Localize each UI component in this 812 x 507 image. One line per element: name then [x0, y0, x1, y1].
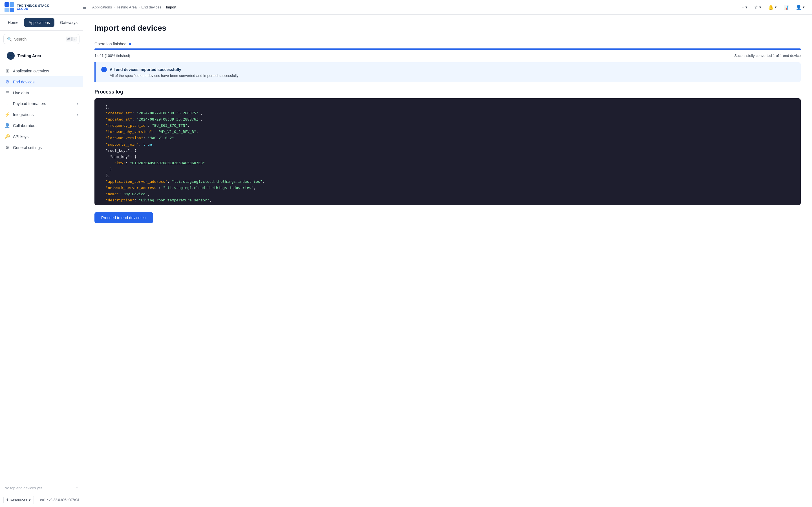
main-content: Import end devices Operation finished 1 … — [83, 15, 812, 507]
progress-label: 1 of 1 (100% finished) — [94, 54, 130, 58]
search-input[interactable] — [14, 37, 63, 41]
progress-bar-container — [94, 48, 801, 50]
sidebar-footer: ℹ Resources ▾ eu1 • v3.32.0.b96e907c31 — [0, 493, 83, 507]
process-log-box: }, "created_at": "2024-08-29T08:39:35.28… — [94, 98, 801, 205]
sidebar-item-label-api-keys: API keys — [13, 134, 29, 139]
sidebar-item-general-settings[interactable]: ⚙ General settings — [0, 142, 83, 153]
api-keys-icon: 🔑 — [4, 134, 10, 139]
sidebar-nav-tabs: Home Applications Gateways — [0, 15, 83, 31]
integrations-chevron-icon: ▾ — [77, 113, 79, 117]
add-button[interactable]: + ▾ — [739, 3, 750, 11]
breadcrumb-sep-3: › — [163, 5, 164, 9]
resources-label: Resources — [10, 498, 27, 502]
status-dot — [129, 43, 131, 45]
integrations-icon: ⚡ — [4, 112, 10, 117]
logo-line1: THE THINGS STACK — [17, 4, 49, 7]
sidebar-item-application-overview[interactable]: ⊞ Application overview — [0, 65, 83, 76]
success-banner: i All end devices imported successfully … — [94, 62, 801, 82]
sidebar-item-label-payload: Payload formatters — [13, 101, 46, 106]
sidebar-tab-gateways[interactable]: Gateways — [56, 18, 82, 27]
breadcrumb-applications[interactable]: Applications — [92, 5, 112, 9]
settings-icon: ⚙ — [4, 145, 10, 150]
log-content: }, "created_at": "2024-08-29T08:39:35.28… — [101, 104, 794, 205]
sidebar-tab-applications[interactable]: Applications — [24, 18, 54, 27]
chart-icon: 📊 — [783, 4, 789, 10]
success-banner-description: All of the specified end devices have be… — [110, 73, 795, 78]
overview-icon: ⊞ — [4, 68, 10, 73]
success-banner-header: i All end devices imported successfully — [101, 67, 795, 72]
user-icon: 👤 — [796, 4, 802, 10]
sidebar-search-box: 🔍 ⌘ K — [3, 34, 80, 44]
bookmarks-button[interactable]: ☆ ▾ — [751, 3, 764, 11]
add-chevron-icon: ▾ — [746, 5, 748, 9]
sidebar-item-label-settings: General settings — [13, 145, 42, 150]
breadcrumb-sep-2: › — [139, 5, 140, 9]
sidebar-item-label-overview: Application overview — [13, 69, 49, 73]
user-chevron-icon: ▾ — [803, 5, 805, 9]
end-devices-icon: ⚙ — [4, 79, 10, 84]
sidebar-item-label-collaborators: Collaborators — [13, 123, 36, 128]
shortcut-cmd: ⌘ — [66, 37, 71, 41]
nav-actions: + ▾ ☆ ▾ 🔔 ▾ 📊 👤 ▾ — [739, 3, 808, 11]
breadcrumb-current: Import — [166, 5, 176, 9]
breadcrumb: Applications › Testing Area › End device… — [88, 5, 739, 9]
no-devices-section: No top end devices yet + — [0, 483, 83, 493]
progress-success-label: Successfully converted 1 of 1 end device — [734, 54, 801, 58]
operation-status: Operation finished — [94, 42, 801, 46]
sidebar-item-payload-formatters[interactable]: ⌗ Payload formatters ▾ — [0, 98, 83, 109]
back-icon: ← — [7, 52, 15, 60]
notifications-button[interactable]: 🔔 ▾ — [765, 3, 779, 11]
sidebar-item-integrations[interactable]: ⚡ Integrations ▾ — [0, 109, 83, 120]
sidebar-item-live-data[interactable]: ☰ Live data — [0, 87, 83, 98]
no-devices-label: No top end devices yet — [4, 486, 42, 490]
resources-button[interactable]: ℹ Resources ▾ — [3, 496, 34, 504]
live-data-icon: ☰ — [4, 90, 10, 96]
sidebar: Home Applications Gateways 🔍 ⌘ K ← Testi… — [0, 15, 83, 507]
sidebar-tab-home[interactable]: Home — [3, 18, 23, 27]
sidebar-item-label-integrations: Integrations — [13, 112, 34, 117]
sidebar-item-label-end-devices: End devices — [13, 80, 35, 84]
progress-info: 1 of 1 (100% finished) Successfully conv… — [94, 54, 801, 58]
user-button[interactable]: 👤 ▾ — [793, 3, 808, 11]
sidebar-item-collaborators[interactable]: 👤 Collaborators — [0, 120, 83, 131]
search-icon: 🔍 — [7, 37, 12, 41]
sidebar-item-end-devices[interactable]: ⚙ End devices — [0, 76, 83, 87]
version-label: eu1 • v3.32.0.b96e907c31 — [40, 498, 80, 502]
collaborators-icon: 👤 — [4, 123, 10, 128]
top-nav: THE THINGS STACK CLOUD ☰ Applications › … — [0, 0, 812, 15]
payload-icon: ⌗ — [4, 101, 10, 106]
analytics-button[interactable]: 📊 — [781, 3, 792, 11]
breadcrumb-end-devices[interactable]: End devices — [141, 5, 161, 9]
sidebar-menu: ⊞ Application overview ⚙ End devices ☰ L… — [0, 64, 83, 483]
info-icon: i — [101, 67, 107, 72]
logo-line2: CLOUD — [17, 7, 49, 10]
page-title: Import end devices — [94, 24, 801, 33]
logo-area: THE THINGS STACK CLOUD ☰ — [4, 2, 88, 12]
breadcrumb-sep-1: › — [114, 5, 115, 9]
bookmarks-chevron-icon: ▾ — [759, 5, 761, 9]
breadcrumb-testing-area[interactable]: Testing Area — [116, 5, 137, 9]
resources-icon: ℹ — [6, 498, 8, 502]
search-shortcut: ⌘ K — [66, 37, 77, 41]
back-button-label: Testing Area — [17, 54, 41, 58]
plus-icon: + — [742, 5, 744, 10]
add-device-button[interactable]: + — [76, 485, 79, 490]
progress-bar — [94, 48, 801, 50]
resources-chevron-icon: ▾ — [29, 498, 31, 502]
process-log-title: Process log — [94, 89, 801, 95]
sidebar-toggle[interactable]: ☰ — [82, 4, 88, 11]
notif-chevron-icon: ▾ — [775, 5, 777, 9]
success-banner-title: All end devices imported successfully — [110, 67, 181, 72]
sidebar-item-label-live-data: Live data — [13, 91, 29, 95]
proceed-button[interactable]: Proceed to end device list — [94, 212, 153, 223]
payload-chevron-icon: ▾ — [77, 102, 79, 106]
star-icon: ☆ — [754, 4, 758, 10]
logo-icon — [4, 2, 15, 12]
shortcut-k: K — [72, 37, 77, 41]
back-to-testing-area-button[interactable]: ← Testing Area — [3, 50, 80, 62]
sidebar-item-api-keys[interactable]: 🔑 API keys — [0, 131, 83, 142]
operation-status-label: Operation finished — [94, 42, 126, 46]
logo-text: THE THINGS STACK CLOUD — [17, 4, 49, 10]
main-layout: Home Applications Gateways 🔍 ⌘ K ← Testi… — [0, 15, 812, 507]
bell-icon: 🔔 — [768, 4, 774, 10]
